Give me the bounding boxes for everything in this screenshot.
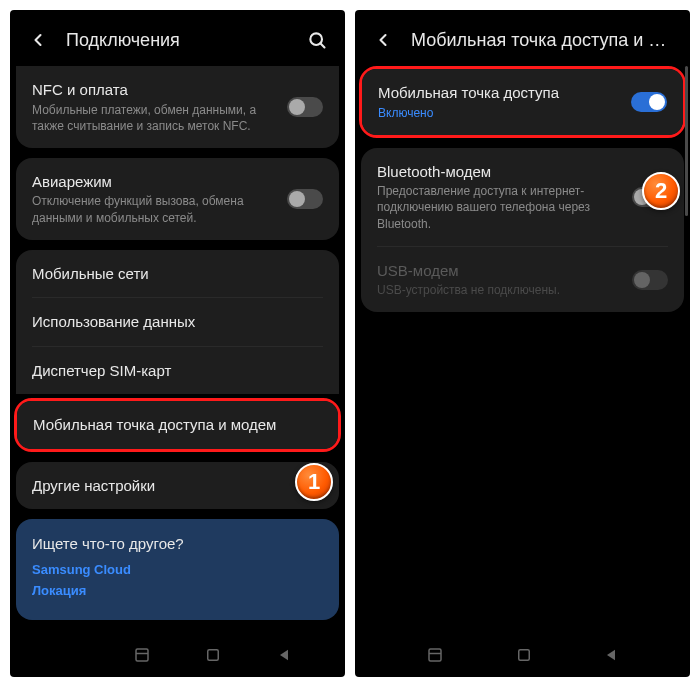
mobile-networks-label: Мобильные сети bbox=[32, 264, 149, 284]
data-usage-label: Использование данных bbox=[32, 312, 195, 332]
mobile-hotspot-toggle[interactable] bbox=[631, 92, 667, 112]
card-nfc: NFC и оплата Мобильные платежи, обмен да… bbox=[16, 66, 339, 148]
nav-recents-icon[interactable] bbox=[133, 646, 151, 664]
highlight-hotspot: Мобильная точка доступа и модем bbox=[14, 398, 341, 452]
link-samsung-cloud[interactable]: Samsung Cloud bbox=[32, 562, 323, 577]
hotspot-tethering-label: Мобильная точка доступа и модем bbox=[33, 415, 276, 435]
back-icon bbox=[373, 30, 393, 50]
svg-rect-5 bbox=[429, 649, 441, 661]
scroll-indicator bbox=[685, 66, 688, 216]
row-usb-tether: USB-модем USB-устройства не подключены. bbox=[361, 247, 684, 313]
svg-line-1 bbox=[320, 43, 324, 47]
header: Подключения bbox=[10, 10, 345, 66]
phone-left: Подключения NFC и оплата Мобильные плате… bbox=[10, 10, 345, 677]
airplane-title: Авиарежим bbox=[32, 172, 277, 192]
row-hotspot-tethering[interactable]: Мобильная точка доступа и модем bbox=[17, 401, 338, 449]
nav-bar bbox=[10, 633, 345, 677]
step-badge-1: 1 bbox=[295, 463, 333, 501]
row-data-usage[interactable]: Использование данных bbox=[16, 298, 339, 346]
usb-tether-sub: USB-устройства не подключены. bbox=[377, 282, 622, 298]
svg-rect-2 bbox=[136, 649, 148, 661]
phone-right: Мобильная точка доступа и мод... Мобильн… bbox=[355, 10, 690, 677]
nfc-sub: Мобильные платежи, обмен данными, а такж… bbox=[32, 102, 277, 134]
mobile-hotspot-title: Мобильная точка доступа bbox=[378, 83, 621, 103]
card-search-other: Ищете что-то другое? Samsung Cloud Локац… bbox=[16, 519, 339, 620]
svg-rect-7 bbox=[518, 650, 529, 661]
card-other: Другие настройки bbox=[16, 462, 339, 510]
card-tethering: Bluetooth-модем Предоставление доступа к… bbox=[361, 148, 684, 313]
step-badge-2: 2 bbox=[642, 172, 680, 210]
page-title: Подключения bbox=[66, 30, 305, 51]
bluetooth-tether-sub: Предоставление доступа к интернет-подклю… bbox=[377, 183, 622, 232]
link-location[interactable]: Локация bbox=[32, 583, 323, 598]
back-button[interactable] bbox=[26, 28, 50, 52]
card-airplane: Авиарежим Отключение функций вызова, обм… bbox=[16, 158, 339, 240]
content-scroll[interactable]: Мобильная точка доступа Включено Bluetoo… bbox=[355, 66, 690, 633]
search-button[interactable] bbox=[305, 28, 329, 52]
nfc-toggle[interactable] bbox=[287, 97, 323, 117]
usb-tether-toggle bbox=[632, 270, 668, 290]
airplane-toggle[interactable] bbox=[287, 189, 323, 209]
nav-recents-icon[interactable] bbox=[426, 646, 444, 664]
row-mobile-networks[interactable]: Мобильные сети bbox=[16, 250, 339, 298]
nav-bar bbox=[355, 633, 690, 677]
nav-back-icon[interactable] bbox=[603, 647, 619, 663]
nav-home-icon[interactable] bbox=[204, 646, 222, 664]
row-other-settings[interactable]: Другие настройки bbox=[16, 462, 339, 510]
nfc-title: NFC и оплата bbox=[32, 80, 277, 100]
svg-rect-4 bbox=[208, 650, 219, 661]
row-airplane[interactable]: Авиарежим Отключение функций вызова, обм… bbox=[16, 158, 339, 240]
back-icon bbox=[28, 30, 48, 50]
sim-manager-label: Диспетчер SIM-карт bbox=[32, 361, 171, 381]
header: Мобильная точка доступа и мод... bbox=[355, 10, 690, 66]
back-button[interactable] bbox=[371, 28, 395, 52]
search-other-title: Ищете что-то другое? bbox=[32, 535, 323, 552]
card-network-group: Мобильные сети Использование данных Дисп… bbox=[16, 250, 339, 395]
other-settings-label: Другие настройки bbox=[32, 476, 155, 496]
mobile-hotspot-sub: Включено bbox=[378, 105, 621, 121]
bluetooth-tether-title: Bluetooth-модем bbox=[377, 162, 622, 182]
row-mobile-hotspot[interactable]: Мобильная точка доступа Включено bbox=[362, 69, 683, 135]
nav-back-icon[interactable] bbox=[276, 647, 292, 663]
page-title: Мобильная точка доступа и мод... bbox=[411, 30, 674, 51]
row-sim-manager[interactable]: Диспетчер SIM-карт bbox=[16, 347, 339, 395]
highlight-mobile-hotspot: Мобильная точка доступа Включено bbox=[359, 66, 686, 138]
airplane-sub: Отключение функций вызова, обмена данным… bbox=[32, 193, 277, 225]
row-nfc[interactable]: NFC и оплата Мобильные платежи, обмен да… bbox=[16, 66, 339, 148]
row-bluetooth-tether[interactable]: Bluetooth-модем Предоставление доступа к… bbox=[361, 148, 684, 246]
content-scroll[interactable]: NFC и оплата Мобильные платежи, обмен да… bbox=[10, 66, 345, 633]
search-icon bbox=[307, 30, 327, 50]
usb-tether-title: USB-модем bbox=[377, 261, 622, 281]
nav-home-icon[interactable] bbox=[515, 646, 533, 664]
